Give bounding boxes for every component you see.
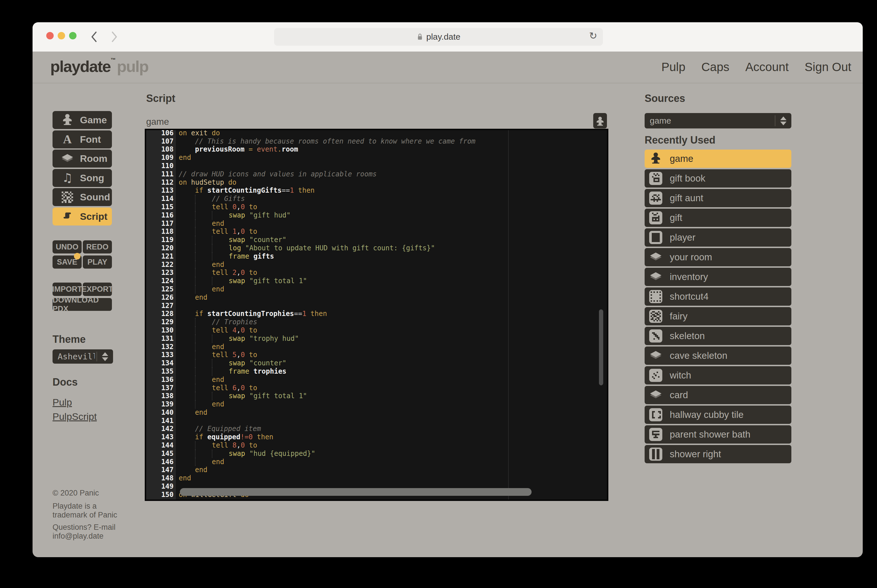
horizontal-scrollbar[interactable] [180, 488, 532, 496]
room-tile-icon [649, 251, 662, 263]
recent-item-label: shortcut4 [670, 291, 709, 302]
logo-playdate: playdate [50, 57, 111, 75]
line-number: 128 [146, 310, 174, 318]
code-token: startCountingTrophies [207, 310, 294, 318]
sidebar-item-game[interactable]: Game [52, 111, 112, 129]
recent-item-label: gift book [670, 173, 705, 184]
undo-button[interactable]: UNDO [52, 240, 82, 254]
vertical-scrollbar[interactable] [599, 309, 603, 386]
indent-guide [195, 368, 212, 376]
recent-item-gift-aunt[interactable]: gift aunt [645, 189, 792, 207]
line-content: if startCountingTrophies==1 then [179, 310, 327, 318]
docs-link-pulpscript[interactable]: PulpScript [52, 411, 97, 422]
line-number: 110 [146, 162, 174, 170]
line-number: 121 [146, 252, 174, 261]
recent-item-fairy[interactable]: fairy [645, 307, 792, 326]
sources-select[interactable]: game [645, 113, 792, 129]
theme-select[interactable]: Asheville [52, 350, 113, 364]
save-label: SAVE [57, 258, 77, 267]
docs-link-pulp[interactable]: Pulp [52, 397, 72, 408]
redo-button[interactable]: REDO [83, 240, 112, 254]
code-token: to [245, 268, 257, 277]
sidebar-item-sound[interactable]: Sound [52, 188, 112, 206]
recent-item-card[interactable]: card [645, 386, 792, 404]
download-pdx-button[interactable]: DOWNLOAD PDX [52, 298, 112, 311]
line-number: 119 [146, 236, 174, 244]
line-number: 133 [146, 351, 174, 359]
code-token: trophies [253, 368, 286, 376]
recent-item-cave-skeleton[interactable]: cave skeleton [645, 346, 792, 365]
line-number: 123 [146, 268, 174, 277]
code-token: == [282, 186, 290, 195]
code-editor[interactable]: 105106on exit do107// This is handy beca… [146, 130, 607, 500]
recent-item-parent-shower-bath[interactable]: parent shower bath [645, 425, 792, 444]
recent-item-gift[interactable]: gift [645, 208, 792, 227]
close-window-button[interactable] [46, 32, 54, 39]
code-line: 144tell 8,0 to [146, 441, 607, 450]
room-tile-icon [649, 271, 662, 283]
indent-guide [179, 450, 195, 458]
indent-guide [195, 211, 212, 219]
sidebar-item-song[interactable]: ♫Song [52, 169, 112, 187]
save-button[interactable]: SAVE [52, 255, 82, 268]
minimize-window-button[interactable] [58, 32, 65, 39]
contact-text: Questions? E-mail info@play.date [52, 523, 121, 541]
sidebar-item-font[interactable]: AFont [52, 130, 112, 148]
recent-item-shortcut4[interactable]: shortcut4 [645, 287, 792, 306]
nav-item-sign-out[interactable]: Sign Out [805, 60, 851, 74]
code-token: 0 [241, 441, 245, 450]
browser-back-button[interactable] [88, 30, 100, 44]
line-content: swap "gift total 1" [179, 392, 307, 400]
nav-item-caps[interactable]: Caps [702, 60, 729, 74]
nav-item-account[interactable]: Account [745, 60, 789, 74]
sidebar-item-room[interactable]: Room [52, 150, 112, 168]
line-number: 151 [146, 499, 174, 500]
recent-item-label: card [670, 390, 688, 400]
nav-item-pulp[interactable]: Pulp [661, 60, 685, 74]
indent-guide [195, 384, 212, 392]
address-bar[interactable]: play.date ↻ [274, 28, 603, 46]
docs-heading: Docs [52, 376, 78, 388]
recent-item-hallway-cubby-tile[interactable]: hallway cubby tile [645, 406, 792, 424]
import-button[interactable]: IMPORT [52, 283, 82, 296]
line-number: 134 [146, 359, 174, 368]
sidebar-item-script[interactable]: Script [52, 207, 112, 225]
recent-item-skeleton[interactable]: skeleton [645, 327, 792, 345]
code-token: end [195, 408, 207, 417]
browser-forward-button[interactable] [108, 30, 120, 44]
zoom-window-button[interactable] [69, 32, 76, 39]
code-token: to [245, 351, 257, 359]
recent-item-game[interactable]: game [645, 150, 792, 168]
play-button[interactable]: PLAY [83, 255, 112, 268]
indent-guide [179, 400, 195, 408]
recent-item-witch[interactable]: witch [645, 366, 792, 384]
recent-item-inventory[interactable]: inventory [645, 268, 792, 286]
sources-select-value: game [650, 116, 671, 126]
site-logo[interactable]: playdate™pulp [50, 57, 148, 76]
line-number: 136 [146, 376, 174, 384]
indent-guide [179, 186, 195, 195]
code-token: 0 [241, 203, 245, 211]
url-text: play.date [426, 32, 460, 42]
game-script-button[interactable] [593, 113, 607, 129]
code-line: 127 [146, 302, 607, 310]
code-token: to [245, 228, 257, 236]
indent-guide [179, 211, 195, 219]
export-button[interactable]: EXPORT [83, 283, 112, 296]
line-content: tell 8,0 to [179, 441, 257, 450]
indent-guide [195, 285, 212, 293]
indent-guide [212, 368, 229, 376]
recent-item-shower-right[interactable]: shower right [645, 445, 792, 463]
recent-item-gift-book[interactable]: gift book [645, 169, 792, 188]
recent-item-player[interactable]: player [645, 228, 792, 247]
lock-icon [417, 33, 423, 41]
reload-icon[interactable]: ↻ [589, 30, 598, 41]
code-token: 6 [232, 384, 236, 392]
indent-guide [212, 236, 229, 244]
sprite-tile-icon [649, 408, 662, 421]
line-content: tell 6,0 to [179, 384, 257, 392]
line-content: end [179, 219, 224, 228]
code-token: !=0 [240, 433, 253, 441]
indent-guide [212, 392, 229, 400]
recent-item-your-room[interactable]: your room [645, 248, 792, 266]
